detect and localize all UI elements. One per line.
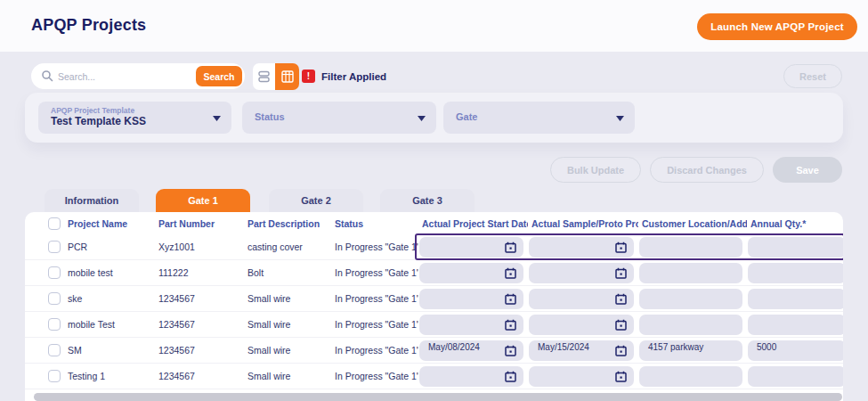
tab-information[interactable]: Information xyxy=(45,189,139,212)
project-name-cell: mobile Test xyxy=(64,319,155,330)
list-view-toggle-button[interactable] xyxy=(253,63,275,90)
row-checkbox[interactable] xyxy=(48,266,61,279)
project-name-cell: SM xyxy=(64,345,155,356)
part-description-cell: Bolt xyxy=(244,267,331,278)
gate-dropdown[interactable]: Gate xyxy=(443,102,635,134)
row-checkbox[interactable] xyxy=(48,370,61,382)
part-description-cell: casting cover xyxy=(244,241,331,252)
calendar-icon[interactable] xyxy=(615,293,627,305)
status-dropdown[interactable]: Status xyxy=(242,102,436,134)
actual-proto-date-input[interactable]: May/15/2024 xyxy=(529,340,634,361)
calendar-icon[interactable] xyxy=(615,241,627,253)
row-checkbox[interactable] xyxy=(48,292,61,305)
part-number-cell: Xyz1001 xyxy=(155,241,244,252)
table-view-icon xyxy=(281,70,294,83)
chevron-down-icon xyxy=(213,116,221,121)
actual-start-date-input[interactable] xyxy=(419,315,523,335)
top-header-bar: APQP Projects Launch New APQP Project xyxy=(0,0,868,52)
calendar-icon[interactable] xyxy=(505,267,516,279)
table-view-toggle-button[interactable] xyxy=(275,63,299,90)
chevron-down-icon xyxy=(418,116,426,121)
part-description-cell: Small wire xyxy=(244,371,331,381)
project-name-cell: Testing 1 xyxy=(64,371,155,381)
page-title: APQP Projects xyxy=(31,16,146,35)
select-all-checkbox[interactable] xyxy=(48,217,61,230)
annual-qty-input[interactable] xyxy=(748,237,843,258)
apqp-project-template-dropdown[interactable]: APQP Project Template Test Template KSS xyxy=(38,102,231,134)
part-description-cell: Small wire xyxy=(244,345,331,356)
column-header-project-name: Project Name xyxy=(64,218,155,229)
status-cell: In Progress "Gate 1" xyxy=(331,267,418,278)
customer-location-input[interactable]: 4157 parkway xyxy=(639,340,742,361)
actual-start-date-input[interactable] xyxy=(419,289,523,309)
calendar-icon[interactable] xyxy=(505,319,516,331)
status-cell: In Progress "Gate 1" xyxy=(331,345,418,356)
customer-location-input[interactable] xyxy=(639,289,742,309)
actual-proto-date-input[interactable] xyxy=(529,289,634,309)
annual-qty-input[interactable] xyxy=(748,315,843,335)
bulk-update-button[interactable]: Bulk Update xyxy=(550,157,641,183)
row-checkbox[interactable] xyxy=(48,344,61,356)
annual-qty-input[interactable] xyxy=(748,263,843,283)
bulk-actions-bar: Bulk Update Discard Changes Save xyxy=(550,157,842,183)
actual-start-date-input[interactable]: May/08/2024 xyxy=(419,340,523,361)
calendar-icon[interactable] xyxy=(615,345,627,356)
launch-new-apqp-project-button[interactable]: Launch New APQP Project xyxy=(697,13,857,40)
save-button[interactable]: Save xyxy=(773,157,842,183)
calendar-icon[interactable] xyxy=(505,241,516,253)
actual-start-date-input[interactable] xyxy=(419,237,523,258)
table-row: mobile test 111222 Bolt In Progress "Gat… xyxy=(25,260,843,286)
table-row: mobile Test 1234567 Small wire In Progre… xyxy=(25,312,843,338)
customer-location-input[interactable] xyxy=(639,366,742,387)
filter-applied-label: Filter Applied xyxy=(321,71,386,82)
actual-start-date-input[interactable] xyxy=(419,366,523,387)
customer-location-input[interactable] xyxy=(639,237,742,258)
discard-changes-button[interactable]: Discard Changes xyxy=(650,157,764,183)
table-row: Testing 1 1234567 Small wire In Progress… xyxy=(25,364,843,389)
calendar-icon[interactable] xyxy=(615,319,627,331)
actual-proto-date-input[interactable] xyxy=(529,237,634,258)
column-header-part-description: Part Description xyxy=(244,218,331,229)
template-dropdown-label: APQP Project Template xyxy=(51,106,134,115)
actual-proto-date-input[interactable] xyxy=(529,263,634,283)
customer-location-input[interactable] xyxy=(639,263,742,283)
projects-table: Project Name Part Number Part Descriptio… xyxy=(25,212,843,401)
tab-gate-2[interactable]: Gate 2 xyxy=(269,189,363,212)
actual-start-date-input[interactable] xyxy=(419,263,523,283)
tab-gate-1[interactable]: Gate 1 xyxy=(156,189,250,212)
status-cell: In Progress "Gate 1" xyxy=(331,293,418,304)
column-header-customer-location: Customer Location/Address xyxy=(638,218,747,229)
calendar-icon[interactable] xyxy=(505,345,516,356)
actual-proto-date-input[interactable] xyxy=(529,366,634,387)
project-name-cell: ske xyxy=(64,293,155,304)
status-dropdown-label: Status xyxy=(255,111,285,122)
row-checkbox[interactable] xyxy=(48,241,61,253)
filter-panel: APQP Project Template Test Template KSS … xyxy=(25,93,843,143)
chevron-down-icon xyxy=(616,116,624,121)
table-header-row: Project Name Part Number Part Descriptio… xyxy=(25,212,843,234)
row-checkbox[interactable] xyxy=(48,318,61,331)
annual-qty-input[interactable] xyxy=(748,366,843,387)
part-description-cell: Small wire xyxy=(244,319,331,330)
list-view-icon xyxy=(258,70,270,83)
column-header-start-date: Actual Project Start Date* xyxy=(418,218,528,229)
horizontal-scrollbar[interactable] xyxy=(34,393,842,401)
search-button[interactable]: Search xyxy=(196,66,242,86)
project-name-cell: PCR xyxy=(64,241,155,252)
tab-gate-3[interactable]: Gate 3 xyxy=(380,189,475,212)
view-toggle xyxy=(253,63,299,90)
table-row: ske 1234567 Small wire In Progress "Gate… xyxy=(25,286,843,312)
calendar-icon[interactable] xyxy=(615,267,627,279)
calendar-icon[interactable] xyxy=(615,371,627,382)
part-number-cell: 1234567 xyxy=(155,345,244,356)
status-cell: In Progress "Gate 1" xyxy=(331,371,418,381)
annual-qty-input[interactable]: 5000 xyxy=(748,340,843,361)
search-input[interactable] xyxy=(58,64,191,88)
calendar-icon[interactable] xyxy=(505,293,516,305)
calendar-icon[interactable] xyxy=(505,371,516,382)
reset-button[interactable]: Reset xyxy=(783,64,842,88)
customer-location-input[interactable] xyxy=(639,315,742,335)
status-cell: In Progress "Gate 1" xyxy=(331,241,418,252)
actual-proto-date-input[interactable] xyxy=(529,315,634,335)
annual-qty-input[interactable] xyxy=(748,289,843,309)
